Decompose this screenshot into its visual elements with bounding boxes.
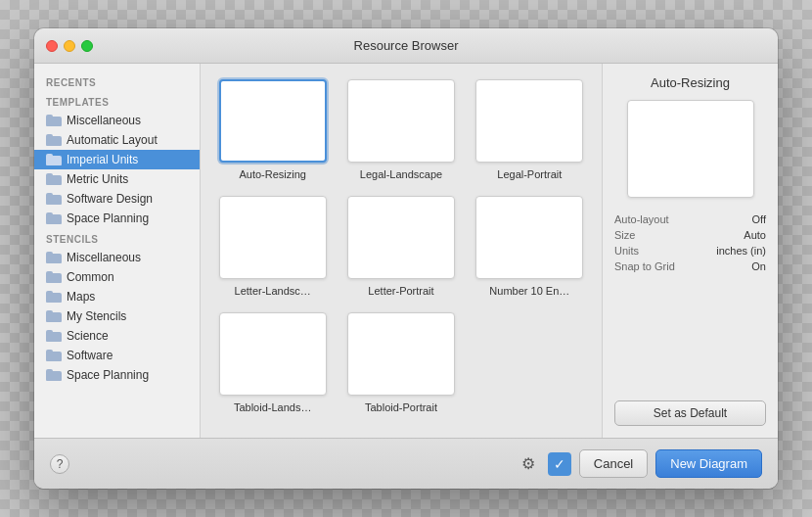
- template-label: Letter-Portrait: [368, 285, 433, 297]
- template-thumbnail: [219, 196, 327, 279]
- sidebar-item-label: Miscellaneous: [67, 114, 141, 127]
- sidebar-template-item-0[interactable]: Miscellaneous: [34, 111, 200, 130]
- property-label: Auto-layout: [614, 213, 669, 225]
- template-item-0[interactable]: Auto-Resizing: [216, 79, 329, 180]
- folder-icon: [46, 115, 62, 126]
- traffic-lights: [46, 40, 93, 52]
- property-row-3: Snap to GridOn: [614, 260, 766, 272]
- sidebar-stencil-item-0[interactable]: Miscellaneous: [34, 248, 200, 267]
- folder-icon: [46, 173, 62, 185]
- sidebar-item-label: Metric Units: [67, 172, 128, 186]
- cancel-button[interactable]: Cancel: [579, 449, 648, 478]
- sidebar-template-item-2[interactable]: Imperial Units: [34, 150, 200, 169]
- folder-icon: [46, 212, 62, 224]
- sidebar-item-label: Imperial Units: [67, 153, 138, 166]
- sidebar-item-label: Software: [67, 349, 113, 362]
- sidebar-stencil-item-1[interactable]: Common: [34, 267, 200, 287]
- folder-icon: [46, 193, 62, 205]
- template-thumbnail: [219, 79, 327, 163]
- template-label: Letter-Landsc…: [235, 285, 311, 297]
- folder-icon: [46, 252, 62, 263]
- property-row-0: Auto-layoutOff: [614, 213, 766, 225]
- property-row-2: Unitsinches (in): [614, 245, 766, 257]
- checkmark-button[interactable]: ✓: [548, 452, 571, 476]
- sidebar-template-item-5[interactable]: Space Planning: [34, 209, 200, 228]
- sidebar-item-label: Common: [67, 270, 114, 284]
- sidebar-item-label: My Stencils: [67, 309, 126, 323]
- property-label: Units: [614, 245, 639, 257]
- stencils-header: STENCILS: [34, 228, 200, 248]
- sidebar-item-label: Maps: [67, 290, 95, 304]
- right-panel-title: Auto-Resizing: [614, 75, 766, 90]
- sidebar-item-label: Science: [67, 329, 109, 343]
- sidebar-template-item-3[interactable]: Metric Units: [34, 169, 200, 189]
- folder-icon: [46, 330, 62, 342]
- property-row-1: SizeAuto: [614, 229, 766, 241]
- recents-header: RECENTS: [34, 71, 200, 91]
- main-content: RECENTS TEMPLATES MiscellaneousAutomatic…: [34, 64, 778, 438]
- sidebar-item-label: Space Planning: [67, 212, 149, 225]
- template-item-5[interactable]: Number 10 En…: [474, 196, 586, 297]
- sidebar-item-label: Miscellaneous: [67, 251, 141, 264]
- template-thumbnail: [347, 196, 455, 279]
- bottom-right-actions: ⚙ ✓ Cancel New Diagram: [517, 449, 762, 478]
- sidebar-template-item-1[interactable]: Automatic Layout: [34, 130, 200, 150]
- template-thumbnail: [347, 312, 455, 396]
- sidebar-stencil-item-4[interactable]: Science: [34, 326, 200, 346]
- title-bar: Resource Browser: [34, 28, 778, 64]
- new-diagram-button[interactable]: New Diagram: [655, 449, 762, 478]
- templates-header: TEMPLATES: [34, 91, 200, 111]
- template-item-3[interactable]: Letter-Landsc…: [216, 196, 329, 297]
- template-label: Auto-Resizing: [239, 168, 305, 180]
- property-label: Size: [614, 229, 635, 241]
- sidebar-stencil-item-6[interactable]: Space Planning: [34, 365, 200, 385]
- properties-list: Auto-layoutOffSizeAutoUnitsinches (in)Sn…: [614, 213, 766, 276]
- resource-browser-dialog: Resource Browser RECENTS TEMPLATES Misce…: [34, 28, 778, 489]
- sidebar-item-label: Automatic Layout: [67, 133, 158, 147]
- sidebar-stencil-item-3[interactable]: My Stencils: [34, 306, 200, 326]
- template-label: Legal-Landscape: [360, 168, 442, 180]
- gear-button[interactable]: ⚙: [517, 452, 540, 476]
- template-thumbnail: [347, 79, 455, 163]
- property-value: inches (in): [716, 245, 766, 257]
- folder-icon: [46, 369, 62, 381]
- folder-icon: [46, 134, 62, 146]
- property-value: Off: [752, 213, 766, 225]
- sidebar-template-item-4[interactable]: Software Design: [34, 189, 200, 209]
- template-label: Legal-Portrait: [497, 168, 562, 180]
- folder-icon: [46, 154, 62, 165]
- bottom-bar: ? ⚙ ✓ Cancel New Diagram: [34, 438, 778, 489]
- center-panel: Auto-ResizingLegal-LandscapeLegal-Portra…: [201, 64, 602, 438]
- folder-icon: [46, 350, 62, 361]
- template-label: Tabloid-Lands…: [234, 401, 312, 413]
- minimize-button[interactable]: [64, 40, 75, 52]
- sidebar-stencil-item-2[interactable]: Maps: [34, 287, 200, 306]
- sidebar-item-label: Software Design: [67, 192, 153, 206]
- template-item-7[interactable]: Tabloid-Portrait: [344, 312, 457, 413]
- property-value: On: [751, 260, 766, 272]
- close-button[interactable]: [46, 40, 58, 52]
- template-item-2[interactable]: Legal-Portrait: [474, 79, 586, 180]
- templates-grid: Auto-ResizingLegal-LandscapeLegal-Portra…: [216, 79, 586, 413]
- folder-icon: [46, 310, 62, 322]
- dialog-title: Resource Browser: [354, 38, 459, 53]
- set-default-button[interactable]: Set as Default: [614, 400, 766, 426]
- template-thumbnail: [475, 79, 583, 163]
- folder-icon: [46, 291, 62, 303]
- right-panel: Auto-Resizing Auto-layoutOffSizeAutoUnit…: [602, 64, 778, 438]
- sidebar-stencil-item-5[interactable]: Software: [34, 346, 200, 365]
- sidebar: RECENTS TEMPLATES MiscellaneousAutomatic…: [34, 64, 201, 438]
- template-thumbnail: [475, 196, 583, 279]
- sidebar-item-label: Space Planning: [67, 368, 149, 382]
- maximize-button[interactable]: [81, 40, 93, 52]
- template-label: Number 10 En…: [489, 285, 569, 297]
- help-button[interactable]: ?: [50, 454, 69, 474]
- template-item-6[interactable]: Tabloid-Lands…: [216, 312, 329, 413]
- property-label: Snap to Grid: [614, 260, 675, 272]
- template-thumbnail: [219, 312, 327, 396]
- template-label: Tabloid-Portrait: [365, 401, 437, 413]
- property-value: Auto: [744, 229, 766, 241]
- template-item-1[interactable]: Legal-Landscape: [344, 79, 457, 180]
- template-item-4[interactable]: Letter-Portrait: [344, 196, 457, 297]
- preview-box: [627, 100, 754, 198]
